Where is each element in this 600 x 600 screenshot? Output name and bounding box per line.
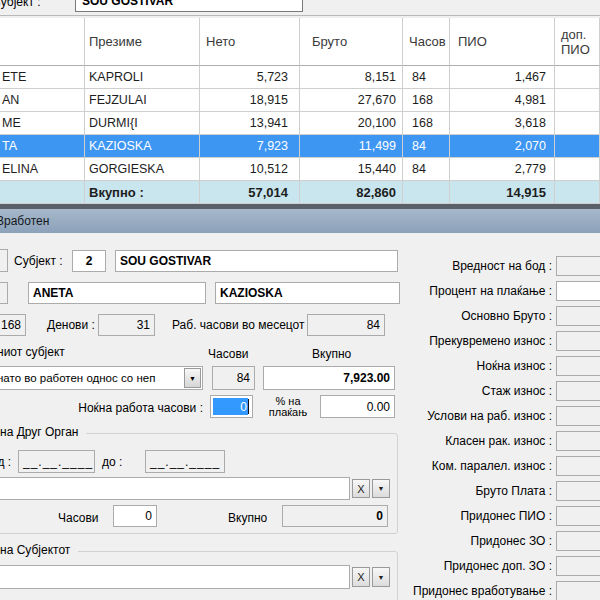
amount-field bbox=[556, 406, 600, 426]
other-organ-total-field: 0 bbox=[282, 505, 388, 527]
subject-name-field[interactable]: SOU GOSTIVAR bbox=[115, 250, 398, 272]
table-cell-dop_pio[interactable] bbox=[555, 158, 600, 181]
date-to-input[interactable]: __.__.____ bbox=[145, 450, 225, 473]
table-cell-pio[interactable]: 3,618 bbox=[450, 112, 555, 135]
chevron-down-icon[interactable]: ▼ bbox=[372, 567, 390, 587]
employment-total-value: 7,923.00 bbox=[343, 371, 390, 385]
column-header-bruto: Бруто bbox=[300, 18, 403, 66]
table-cell-name[interactable]: ME bbox=[0, 112, 85, 135]
table-cell-hours[interactable]: 84 bbox=[403, 135, 450, 158]
days-field: 31 bbox=[98, 314, 155, 336]
first-name-field[interactable]: ANETA bbox=[28, 282, 206, 304]
amount-field bbox=[556, 431, 600, 451]
table-cell-bruto[interactable]: 15,440 bbox=[300, 158, 403, 181]
top-subject-field[interactable]: SOU GOSTIVAR bbox=[75, 0, 303, 12]
days-value: 31 bbox=[137, 318, 150, 332]
amount-field bbox=[556, 506, 600, 526]
table-cell-surname[interactable]: KAPROLI bbox=[85, 66, 200, 89]
percent-pay-label: % на плаќањ bbox=[261, 396, 315, 418]
top-subject-value: SOU GOSTIVAR bbox=[82, 0, 173, 8]
column-header-pio: ПИО bbox=[450, 18, 555, 66]
table-cell-bruto[interactable]: 8,151 bbox=[300, 66, 403, 89]
table-cell-surname[interactable]: FEJZULAI bbox=[85, 89, 200, 112]
table-cell-hours[interactable]: 84 bbox=[403, 158, 450, 181]
hours-168-field: 168 bbox=[0, 314, 26, 336]
employee-table: ПрезимеНетоБрутоЧасовПИОдоп. ПИОETEKAPRO… bbox=[0, 18, 600, 204]
other-organ-hours-label: Часови bbox=[58, 511, 99, 525]
table-cell-name[interactable]: ETE bbox=[0, 66, 85, 89]
amount-field bbox=[556, 381, 600, 401]
table-cell-name[interactable]: AN bbox=[0, 89, 85, 112]
percent-pay-input[interactable]: 0.00 bbox=[320, 395, 395, 418]
column-header-hours: Часов bbox=[403, 18, 450, 66]
amount-label: Ноќна износ : bbox=[477, 359, 552, 373]
table-cell-pio[interactable]: 2,779 bbox=[450, 158, 555, 181]
amount-row: Стаж износ : bbox=[420, 378, 600, 403]
table-cell-dop_pio[interactable] bbox=[555, 89, 600, 112]
subject-name-value: SOU GOSTIVAR bbox=[120, 254, 211, 268]
night-work-value: 0 bbox=[240, 400, 247, 414]
date-from-input[interactable]: __.__.____ bbox=[18, 450, 95, 473]
month-hours-field: 84 bbox=[307, 314, 385, 336]
night-work-label: Ноќна работа часови : bbox=[60, 401, 203, 415]
table-cell-dop_pio[interactable] bbox=[555, 112, 600, 135]
other-organ-combobox[interactable] bbox=[0, 477, 350, 500]
table-cell-pio[interactable]: 1,467 bbox=[450, 66, 555, 89]
amount-label: Процент на плаќање : bbox=[429, 284, 552, 298]
partial-subject-label: ниот субјект bbox=[0, 345, 65, 359]
clear-button[interactable]: X bbox=[352, 567, 370, 587]
amount-field bbox=[556, 306, 600, 326]
employment-type-combobox[interactable]: нато во работен однос со неп ▼ bbox=[0, 366, 203, 390]
table-cell-name[interactable]: ELINA bbox=[0, 158, 85, 181]
amount-label: Стаж износ : bbox=[482, 384, 552, 398]
top-subject-label: Субјект : bbox=[0, 0, 41, 9]
table-cell-surname[interactable]: KAZIOSKA bbox=[85, 135, 200, 158]
table-cell-bruto[interactable]: 20,100 bbox=[300, 112, 403, 135]
table-cell-dop_pio[interactable] bbox=[555, 66, 600, 89]
table-cell-surname[interactable]: DURMI{I bbox=[85, 112, 200, 135]
other-organ-hours-value: 0 bbox=[145, 509, 152, 523]
days-label: Денови : bbox=[47, 318, 95, 332]
table-cell-bruto[interactable]: 11,499 bbox=[300, 135, 403, 158]
total-cell-pio: 14,915 bbox=[450, 181, 555, 204]
column-header-surname: Презиме bbox=[85, 18, 200, 66]
table-cell-hours[interactable]: 168 bbox=[403, 112, 450, 135]
table-cell-hours[interactable]: 84 bbox=[403, 66, 450, 89]
hours-168-value: 168 bbox=[1, 318, 21, 332]
amount-row: Придонес доп. ЗО : bbox=[420, 553, 600, 578]
subject-group-label: на Субјектот bbox=[0, 543, 78, 557]
chevron-down-icon[interactable]: ▼ bbox=[372, 479, 390, 498]
amount-row: Класен рак. износ : bbox=[420, 428, 600, 453]
amount-field bbox=[556, 581, 600, 600]
chevron-down-icon[interactable]: ▼ bbox=[184, 368, 201, 388]
table-cell-neto[interactable]: 5,723 bbox=[200, 66, 300, 89]
employment-hours-field: 84 bbox=[212, 366, 255, 390]
table-cell-pio[interactable]: 4,981 bbox=[450, 89, 555, 112]
table-cell-neto[interactable]: 18,915 bbox=[200, 89, 300, 112]
night-work-input[interactable]: 0 bbox=[210, 395, 253, 418]
table-cell-name[interactable]: TA bbox=[0, 135, 85, 158]
table-cell-neto[interactable]: 7,923 bbox=[200, 135, 300, 158]
subject-work-combobox[interactable] bbox=[0, 565, 350, 589]
table-cell-dop_pio[interactable] bbox=[555, 135, 600, 158]
amount-row: Придонес вработување : bbox=[420, 578, 600, 600]
table-cell-neto[interactable]: 13,941 bbox=[200, 112, 300, 135]
amount-field[interactable] bbox=[556, 281, 600, 301]
other-organ-hours-input[interactable]: 0 bbox=[113, 505, 157, 527]
subject-code-field[interactable]: 2 bbox=[72, 250, 106, 272]
amount-row: Процент на плаќање : bbox=[420, 278, 600, 303]
table-cell-bruto[interactable]: 27,670 bbox=[300, 89, 403, 112]
table-cell-hours[interactable]: 168 bbox=[403, 89, 450, 112]
month-hours-value: 84 bbox=[367, 318, 380, 332]
date-to-label: до : bbox=[102, 455, 122, 469]
last-name-value: KAZIOSKA bbox=[220, 286, 283, 300]
clear-button[interactable]: X bbox=[352, 479, 370, 498]
last-name-field[interactable]: KAZIOSKA bbox=[215, 282, 400, 304]
total-cell-dop_pio bbox=[555, 181, 600, 204]
amount-field bbox=[556, 331, 600, 351]
table-cell-neto[interactable]: 10,512 bbox=[200, 158, 300, 181]
total-cell-neto: 57,014 bbox=[200, 181, 300, 204]
employment-total-field: 7,923.00 bbox=[263, 366, 395, 390]
table-cell-pio[interactable]: 2,070 bbox=[450, 135, 555, 158]
table-cell-surname[interactable]: GORGIESKA bbox=[85, 158, 200, 181]
